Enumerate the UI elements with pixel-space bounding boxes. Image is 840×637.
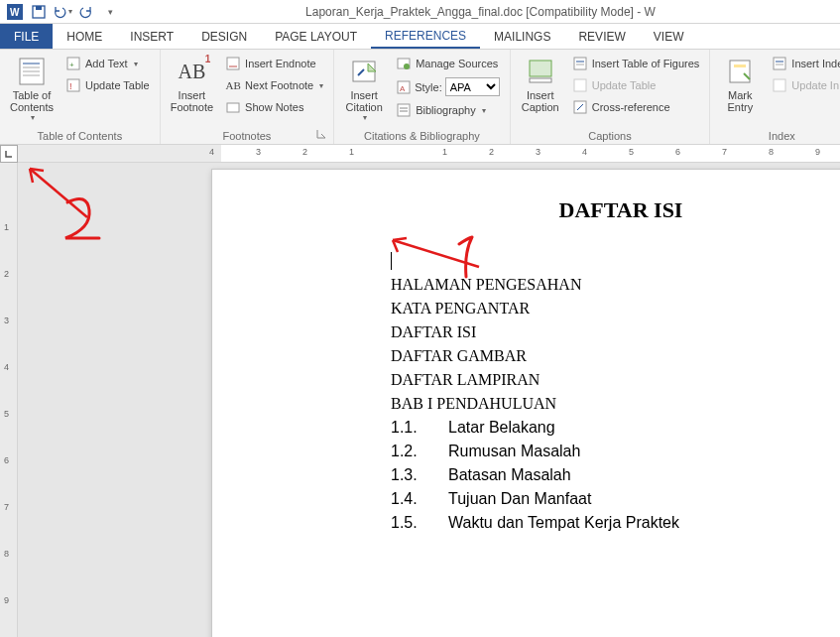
tab-insert[interactable]: INSERT [116, 24, 187, 49]
update-index-button[interactable]: Update In [768, 75, 840, 95]
tab-mailings[interactable]: MAILINGS [480, 24, 564, 49]
ruler-v-num: 1 [4, 222, 9, 232]
ruler-v-num: 4 [4, 362, 9, 372]
add-text-button[interactable]: + Add Text [61, 54, 154, 73]
section-num: 1.4. [391, 490, 448, 508]
next-footnote-button[interactable]: AB Next Footnote [221, 75, 327, 95]
document-canvas[interactable]: DAFTAR ISI HALAMAN PENGESAHAN KATA PENGA… [18, 163, 840, 637]
svg-rect-24 [530, 61, 551, 76]
captions-update-table-button[interactable]: Update Table [568, 75, 704, 95]
tab-stop-selector[interactable] [0, 145, 18, 163]
ruler-v-num: 2 [4, 269, 9, 279]
mark-entry-button[interactable]: Mark Entry [716, 54, 764, 115]
document-page[interactable]: DAFTAR ISI HALAMAN PENGESAHAN KATA PENGA… [211, 169, 840, 637]
update-index-label: Update In [791, 79, 839, 91]
style-label: Style: [415, 81, 442, 93]
manage-sources-label: Manage Sources [416, 58, 498, 69]
group-label-toc: Table of Contents [6, 128, 154, 142]
ruler-v-num: 8 [4, 549, 9, 559]
cross-reference-icon [572, 99, 588, 115]
svg-rect-29 [574, 79, 586, 91]
bibliography-button[interactable]: Bibliography [392, 100, 504, 120]
group-label-citations: Citations & Bibliography [340, 128, 504, 142]
update-table-icon: ! [65, 77, 81, 93]
tab-view[interactable]: VIEW [640, 24, 698, 49]
mark-entry-icon [724, 56, 756, 87]
doc-section-line: 1.5.Waktu dan Tempat Kerja Praktek [391, 514, 840, 532]
doc-section-line: 1.2.Rumusan Masalah [391, 443, 840, 460]
section-text: Latar Belakang [448, 419, 555, 437]
tof-icon [572, 56, 588, 71]
ruler-h-num: 2 [489, 147, 494, 157]
svg-text:A: A [400, 84, 406, 93]
citation-style-select[interactable]: APA [445, 77, 500, 96]
group-table-of-contents: Table of Contents + Add Text ! Update Ta… [0, 50, 161, 144]
group-footnotes: AB 1 Insert Footnote Insert Endnote AB N… [161, 50, 335, 144]
word-app-icon[interactable]: W [4, 2, 26, 22]
svg-text:W: W [10, 7, 20, 18]
ruler-h-num: 3 [536, 147, 540, 157]
ruler-h-num: 3 [256, 147, 261, 157]
group-citations: Insert Citation Manage Sources A Style: … [334, 50, 511, 144]
insert-caption-button[interactable]: Insert Caption [517, 54, 564, 115]
insert-citation-button[interactable]: Insert Citation [340, 54, 388, 124]
bibliography-label: Bibliography [416, 104, 476, 116]
toc-label: Table of Contents [10, 89, 54, 113]
add-text-icon: + [65, 56, 81, 71]
horizontal-ruler[interactable]: 4 3 2 1 1 2 3 4 5 6 7 8 9 10 [18, 145, 840, 162]
insert-index-icon [772, 56, 787, 71]
qat-customize-icon[interactable]: ▾ [99, 2, 121, 22]
cross-reference-button[interactable]: Cross-reference [568, 97, 704, 117]
tab-references[interactable]: REFERENCES [371, 24, 480, 49]
doc-section-line: 1.3.Batasan Masalah [391, 466, 840, 484]
section-num: 1.5. [391, 514, 448, 532]
ruler-h-num: 8 [769, 147, 774, 157]
doc-section-line: 1.1.Latar Belakang [391, 419, 840, 437]
insert-citation-label: Insert Citation [346, 89, 383, 113]
update-table-button[interactable]: ! Update Table [61, 75, 154, 95]
footnote-icon: AB 1 [176, 56, 207, 87]
doc-line: DAFTAR LAMPIRAN [391, 371, 840, 389]
undo-icon[interactable] [52, 2, 73, 22]
insert-endnote-button[interactable]: Insert Endnote [221, 54, 327, 73]
section-text: Waktu dan Tempat Kerja Praktek [448, 514, 679, 532]
svg-rect-32 [734, 64, 746, 67]
ruler-h-num: 2 [302, 147, 307, 157]
citation-icon [348, 56, 380, 87]
footnotes-launcher-icon[interactable] [315, 128, 327, 140]
tab-design[interactable]: DESIGN [187, 24, 261, 49]
redo-icon[interactable] [75, 2, 97, 22]
text-caret [391, 252, 392, 270]
toc-icon [16, 56, 48, 87]
section-num: 1.2. [391, 443, 448, 460]
next-footnote-label: Next Footnote [245, 79, 313, 91]
insert-table-of-figures-button[interactable]: Insert Table of Figures [568, 54, 704, 73]
svg-rect-36 [774, 79, 785, 91]
vertical-ruler[interactable]: 1 2 3 4 5 6 7 8 9 [0, 163, 18, 637]
tab-page-layout[interactable]: PAGE LAYOUT [261, 24, 371, 49]
show-notes-label: Show Notes [245, 101, 303, 113]
document-heading: DAFTAR ISI [391, 197, 840, 223]
annotation-arrow-2 [18, 163, 137, 285]
doc-line: BAB I PENDAHULUAN [391, 395, 840, 413]
tab-review[interactable]: REVIEW [564, 24, 639, 49]
work-area: 1 2 3 4 5 6 7 8 9 DAFTAR ISI HALAMAN PEN… [0, 163, 840, 637]
insert-endnote-label: Insert Endnote [245, 58, 316, 69]
tab-file[interactable]: FILE [0, 24, 53, 49]
section-text: Tujuan Dan Manfaat [448, 490, 591, 508]
show-notes-button[interactable]: Show Notes [221, 97, 327, 117]
ruler-v-num: 3 [4, 316, 9, 325]
insert-footnote-button[interactable]: AB 1 Insert Footnote [167, 54, 217, 115]
text-caret-line [391, 251, 840, 270]
manage-sources-button[interactable]: Manage Sources [392, 54, 504, 73]
endnote-icon [225, 56, 241, 71]
table-of-contents-button[interactable]: Table of Contents [6, 54, 58, 124]
quick-access-toolbar: W ▾ [0, 2, 121, 22]
save-icon[interactable] [28, 2, 50, 22]
tab-home[interactable]: HOME [53, 24, 116, 49]
ruler-h-num: 1 [349, 147, 354, 157]
svg-rect-15 [227, 103, 239, 112]
caption-icon [525, 56, 556, 87]
section-text: Rumusan Masalah [448, 443, 580, 460]
insert-index-button[interactable]: Insert Inde [768, 54, 840, 73]
